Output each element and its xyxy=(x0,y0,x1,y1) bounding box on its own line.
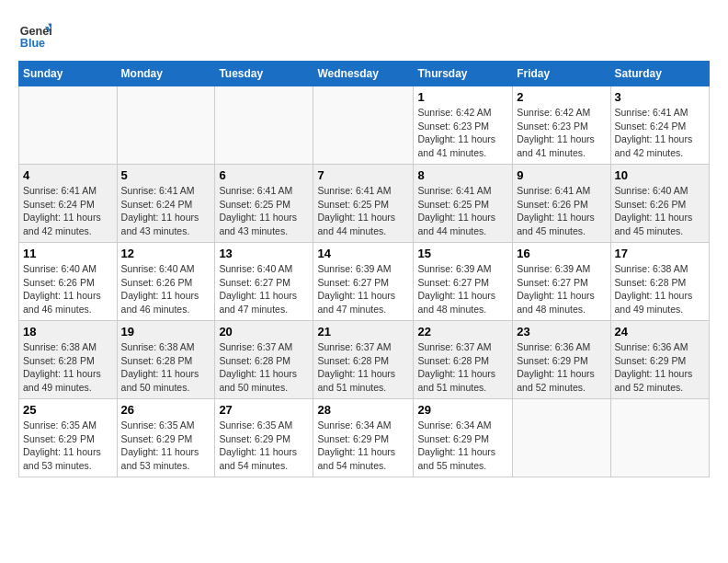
page-header: General Blue xyxy=(18,18,710,52)
calendar-cell xyxy=(513,399,610,477)
calendar-cell: 29Sunrise: 6:34 AM Sunset: 6:29 PM Dayli… xyxy=(414,399,513,477)
day-number: 5 xyxy=(121,168,211,182)
calendar-cell: 24Sunrise: 6:36 AM Sunset: 6:29 PM Dayli… xyxy=(610,321,709,399)
day-number: 15 xyxy=(417,247,508,260)
day-detail: Sunrise: 6:36 AM Sunset: 6:29 PM Dayligh… xyxy=(615,340,705,395)
calendar-week-row: 25Sunrise: 6:35 AM Sunset: 6:29 PM Dayli… xyxy=(19,399,710,477)
calendar-cell: 4Sunrise: 6:41 AM Sunset: 6:24 PM Daylig… xyxy=(19,165,118,243)
day-number: 7 xyxy=(317,168,409,182)
calendar-cell: 10Sunrise: 6:40 AM Sunset: 6:26 PM Dayli… xyxy=(610,165,709,243)
day-detail: Sunrise: 6:37 AM Sunset: 6:28 PM Dayligh… xyxy=(417,340,508,395)
day-detail: Sunrise: 6:39 AM Sunset: 6:27 PM Dayligh… xyxy=(317,262,409,316)
calendar-cell: 26Sunrise: 6:35 AM Sunset: 6:29 PM Dayli… xyxy=(117,399,215,477)
day-detail: Sunrise: 6:35 AM Sunset: 6:29 PM Dayligh… xyxy=(219,419,309,473)
calendar-cell: 6Sunrise: 6:41 AM Sunset: 6:25 PM Daylig… xyxy=(215,165,313,243)
calendar-cell: 17Sunrise: 6:38 AM Sunset: 6:28 PM Dayli… xyxy=(610,243,709,321)
day-detail: Sunrise: 6:37 AM Sunset: 6:28 PM Dayligh… xyxy=(219,340,309,395)
day-detail: Sunrise: 6:39 AM Sunset: 6:27 PM Dayligh… xyxy=(517,262,606,316)
calendar-cell: 11Sunrise: 6:40 AM Sunset: 6:26 PM Dayli… xyxy=(19,243,118,321)
day-number: 19 xyxy=(121,325,211,339)
day-detail: Sunrise: 6:40 AM Sunset: 6:26 PM Dayligh… xyxy=(23,262,113,316)
day-number: 25 xyxy=(23,403,113,417)
calendar-cell: 19Sunrise: 6:38 AM Sunset: 6:28 PM Dayli… xyxy=(117,321,215,399)
calendar-cell xyxy=(19,86,118,165)
calendar-cell: 12Sunrise: 6:40 AM Sunset: 6:26 PM Dayli… xyxy=(117,243,215,321)
column-header-tuesday: Tuesday xyxy=(215,62,313,86)
calendar-header-row: SundayMondayTuesdayWednesdayThursdayFrid… xyxy=(19,62,710,86)
calendar-cell: 18Sunrise: 6:38 AM Sunset: 6:28 PM Dayli… xyxy=(19,321,118,399)
day-number: 16 xyxy=(517,247,606,260)
day-number: 21 xyxy=(317,325,409,339)
day-detail: Sunrise: 6:38 AM Sunset: 6:28 PM Dayligh… xyxy=(23,340,113,395)
calendar-cell: 25Sunrise: 6:35 AM Sunset: 6:29 PM Dayli… xyxy=(19,399,118,477)
day-detail: Sunrise: 6:41 AM Sunset: 6:24 PM Dayligh… xyxy=(121,184,211,238)
column-header-wednesday: Wednesday xyxy=(313,62,414,86)
calendar-cell: 5Sunrise: 6:41 AM Sunset: 6:24 PM Daylig… xyxy=(117,165,215,243)
calendar-week-row: 4Sunrise: 6:41 AM Sunset: 6:24 PM Daylig… xyxy=(19,165,710,243)
calendar-cell: 1Sunrise: 6:42 AM Sunset: 6:23 PM Daylig… xyxy=(414,86,513,165)
day-detail: Sunrise: 6:38 AM Sunset: 6:28 PM Dayligh… xyxy=(121,340,211,395)
day-detail: Sunrise: 6:39 AM Sunset: 6:27 PM Dayligh… xyxy=(417,262,508,316)
day-number: 6 xyxy=(219,168,309,182)
day-detail: Sunrise: 6:38 AM Sunset: 6:28 PM Dayligh… xyxy=(615,262,705,316)
day-number: 22 xyxy=(417,325,508,339)
day-number: 23 xyxy=(517,325,606,339)
calendar-cell: 13Sunrise: 6:40 AM Sunset: 6:27 PM Dayli… xyxy=(215,243,313,321)
calendar-cell: 16Sunrise: 6:39 AM Sunset: 6:27 PM Dayli… xyxy=(513,243,610,321)
day-number: 24 xyxy=(615,325,705,339)
calendar-cell: 2Sunrise: 6:42 AM Sunset: 6:23 PM Daylig… xyxy=(513,86,610,165)
day-number: 1 xyxy=(417,90,508,104)
svg-text:Blue: Blue xyxy=(20,37,45,50)
logo: General Blue xyxy=(18,18,55,52)
day-detail: Sunrise: 6:35 AM Sunset: 6:29 PM Dayligh… xyxy=(121,419,211,473)
calendar-week-row: 18Sunrise: 6:38 AM Sunset: 6:28 PM Dayli… xyxy=(19,321,710,399)
day-number: 18 xyxy=(23,325,113,339)
day-detail: Sunrise: 6:36 AM Sunset: 6:29 PM Dayligh… xyxy=(517,340,606,395)
calendar-cell: 9Sunrise: 6:41 AM Sunset: 6:26 PM Daylig… xyxy=(513,165,610,243)
calendar-cell xyxy=(117,86,215,165)
calendar-cell: 3Sunrise: 6:41 AM Sunset: 6:24 PM Daylig… xyxy=(610,86,709,165)
calendar-cell: 14Sunrise: 6:39 AM Sunset: 6:27 PM Dayli… xyxy=(313,243,414,321)
calendar-cell: 28Sunrise: 6:34 AM Sunset: 6:29 PM Dayli… xyxy=(313,399,414,477)
day-number: 20 xyxy=(219,325,309,339)
calendar-cell: 22Sunrise: 6:37 AM Sunset: 6:28 PM Dayli… xyxy=(414,321,513,399)
day-number: 17 xyxy=(615,247,705,260)
day-detail: Sunrise: 6:35 AM Sunset: 6:29 PM Dayligh… xyxy=(23,419,113,473)
day-detail: Sunrise: 6:42 AM Sunset: 6:23 PM Dayligh… xyxy=(417,106,508,160)
day-number: 14 xyxy=(317,247,409,260)
day-number: 4 xyxy=(23,168,113,182)
calendar-cell: 15Sunrise: 6:39 AM Sunset: 6:27 PM Dayli… xyxy=(414,243,513,321)
column-header-sunday: Sunday xyxy=(19,62,118,86)
day-number: 8 xyxy=(417,168,508,182)
day-detail: Sunrise: 6:41 AM Sunset: 6:25 PM Dayligh… xyxy=(417,184,508,238)
column-header-saturday: Saturday xyxy=(610,62,709,86)
day-detail: Sunrise: 6:34 AM Sunset: 6:29 PM Dayligh… xyxy=(417,419,508,473)
logo-icon: General Blue xyxy=(18,18,51,52)
day-detail: Sunrise: 6:41 AM Sunset: 6:26 PM Dayligh… xyxy=(517,184,606,238)
day-detail: Sunrise: 6:37 AM Sunset: 6:28 PM Dayligh… xyxy=(317,340,409,395)
day-detail: Sunrise: 6:41 AM Sunset: 6:24 PM Dayligh… xyxy=(615,106,705,160)
calendar-cell xyxy=(313,86,414,165)
day-detail: Sunrise: 6:40 AM Sunset: 6:26 PM Dayligh… xyxy=(615,184,705,238)
calendar-cell: 7Sunrise: 6:41 AM Sunset: 6:25 PM Daylig… xyxy=(313,165,414,243)
calendar-table: SundayMondayTuesdayWednesdayThursdayFrid… xyxy=(18,61,710,477)
day-detail: Sunrise: 6:34 AM Sunset: 6:29 PM Dayligh… xyxy=(317,419,409,473)
calendar-cell: 21Sunrise: 6:37 AM Sunset: 6:28 PM Dayli… xyxy=(313,321,414,399)
calendar-cell xyxy=(610,399,709,477)
calendar-week-row: 11Sunrise: 6:40 AM Sunset: 6:26 PM Dayli… xyxy=(19,243,710,321)
calendar-cell: 27Sunrise: 6:35 AM Sunset: 6:29 PM Dayli… xyxy=(215,399,313,477)
day-detail: Sunrise: 6:42 AM Sunset: 6:23 PM Dayligh… xyxy=(517,106,606,160)
day-number: 3 xyxy=(615,90,705,104)
day-detail: Sunrise: 6:41 AM Sunset: 6:25 PM Dayligh… xyxy=(219,184,309,238)
day-number: 13 xyxy=(219,247,309,260)
day-detail: Sunrise: 6:40 AM Sunset: 6:26 PM Dayligh… xyxy=(121,262,211,316)
day-number: 27 xyxy=(219,403,309,417)
day-number: 11 xyxy=(23,247,113,260)
calendar-cell: 23Sunrise: 6:36 AM Sunset: 6:29 PM Dayli… xyxy=(513,321,610,399)
day-detail: Sunrise: 6:40 AM Sunset: 6:27 PM Dayligh… xyxy=(219,262,309,316)
day-number: 10 xyxy=(615,168,705,182)
column-header-friday: Friday xyxy=(513,62,610,86)
calendar-cell xyxy=(215,86,313,165)
calendar-week-row: 1Sunrise: 6:42 AM Sunset: 6:23 PM Daylig… xyxy=(19,86,710,165)
day-number: 9 xyxy=(517,168,606,182)
